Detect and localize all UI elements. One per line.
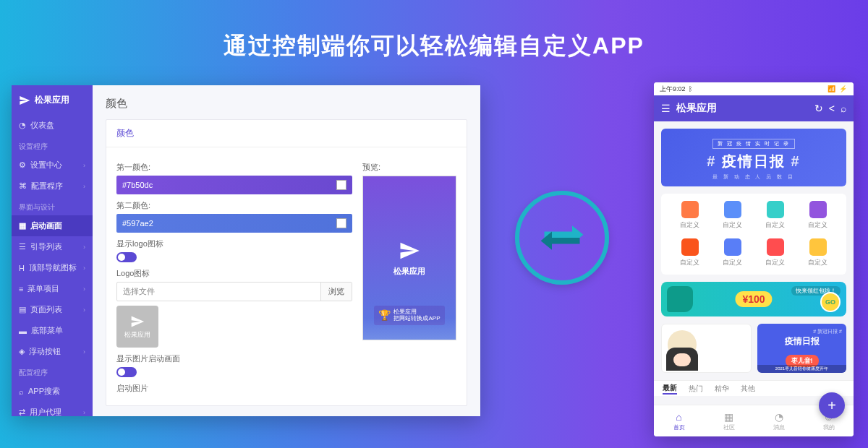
- sync-indicator: [515, 191, 609, 285]
- card-title: 疫情日报: [757, 335, 846, 348]
- icon-grid: 自定义自定义自定义自定义自定义自定义自定义自定义: [661, 194, 846, 275]
- refresh-icon[interactable]: ↻: [814, 103, 823, 114]
- plus-icon: +: [827, 397, 836, 414]
- nav-config-center[interactable]: ⚙设置中心›: [12, 155, 93, 176]
- hero-tag: 新 冠 疫 情 实 时 记 录: [712, 139, 795, 149]
- app-bar: ☰ 松果应用 ↻ < ⌕: [654, 95, 854, 121]
- splash-app-name: 松果应用: [393, 266, 425, 277]
- app-icon: [767, 238, 784, 256]
- admin-sidebar: 松果应用 ◔仪表盘 设置程序 ⚙设置中心› ⌘配置程序› 界面与设计 ▦启动画面…: [12, 85, 93, 416]
- nav-guide[interactable]: ☰引导列表›: [12, 236, 93, 257]
- app-bar-title: 松果应用: [676, 102, 809, 115]
- label-startimg: 启动图片: [116, 383, 352, 394]
- monster-icon: [667, 286, 693, 312]
- status-bar: 上午9:02ᛒ 📶 ⚡: [654, 82, 854, 95]
- hero-title: # 疫情日报 #: [707, 152, 800, 171]
- grid-item[interactable]: 自定义: [711, 198, 754, 233]
- tab-3[interactable]: 精华: [715, 384, 729, 394]
- grid-item[interactable]: 自定义: [668, 198, 711, 233]
- search-icon[interactable]: ⌕: [841, 103, 846, 114]
- label-showlogo: 显示logo图标: [116, 238, 352, 249]
- nav-message[interactable]: ◔消息: [754, 411, 804, 431]
- mini-card-right[interactable]: # 新冠日报 # 疫情日报 枣儿音! 2021枣儿音陪你健康度开年: [757, 324, 846, 373]
- label-logo: Logo图标: [116, 268, 352, 279]
- bluetooth-icon: ᛒ: [689, 85, 692, 92]
- brand: 松果应用: [12, 85, 93, 115]
- grid-item[interactable]: 自定义: [711, 236, 754, 270]
- splash-preview: 松果应用 🏆 松果应用把网站转换成APP: [362, 176, 456, 340]
- nav-dashboard[interactable]: ◔仪表盘: [12, 115, 93, 136]
- form-column: 第一颜色: #7b50dc 第二颜色: #597ae2 显示logo图标 Log…: [116, 156, 352, 397]
- preview-column: 预览: 松果应用 🏆 松果应用把网站转换成APP: [362, 156, 456, 397]
- brand-label: 松果应用: [35, 94, 69, 106]
- grid-item[interactable]: 自定义: [796, 236, 839, 270]
- logo-preview: 松果应用: [116, 306, 158, 348]
- nav-menu[interactable]: ≡菜单项目›: [12, 278, 93, 299]
- label-color1: 第一颜色:: [116, 162, 352, 173]
- swatch-icon: [336, 218, 346, 228]
- card-title: 颜色: [106, 120, 467, 147]
- tab-2[interactable]: 热门: [689, 384, 703, 394]
- fab-add[interactable]: +: [819, 392, 845, 418]
- nav-bottom[interactable]: ▬底部菜单: [12, 320, 93, 341]
- tab-4[interactable]: 其他: [741, 384, 755, 394]
- content-tabs: 最新 热门 精华 其他: [654, 380, 854, 396]
- app-icon: [809, 201, 827, 218]
- grid-label: 自定义: [680, 258, 699, 267]
- label-showimg: 显示图片启动画面: [116, 353, 352, 364]
- toggle-showimg[interactable]: [116, 367, 137, 377]
- promo-amount: ¥100: [735, 291, 772, 307]
- grid-item[interactable]: 自定义: [754, 236, 796, 270]
- paper-plane-icon: [19, 95, 30, 106]
- promo-banner[interactable]: 快来领红包啦！ ¥100 GO: [661, 282, 846, 316]
- grid-item[interactable]: 自定义: [754, 198, 796, 233]
- nav-topnav[interactable]: H顶部导航图标›: [12, 257, 93, 278]
- browse-button[interactable]: 浏览: [320, 283, 352, 301]
- grid-label: 自定义: [765, 220, 785, 230]
- nav-config-app[interactable]: ⌘配置程序›: [12, 176, 93, 197]
- app-icon: [681, 201, 699, 218]
- nav-home[interactable]: ⌂首页: [654, 411, 704, 431]
- grid-item[interactable]: 自定义: [796, 198, 839, 233]
- grid-label: 自定义: [765, 258, 785, 267]
- page-headline: 通过控制端你可以轻松编辑自定义APP: [0, 0, 868, 82]
- file-input-logo[interactable]: 选择文件浏览: [116, 282, 352, 301]
- nav-search[interactable]: ⌕APP搜索: [12, 381, 93, 402]
- grid-label: 自定义: [808, 258, 827, 267]
- tab-latest[interactable]: 最新: [663, 383, 677, 395]
- nav-agent[interactable]: ⇄用户代理›: [12, 402, 93, 416]
- hero-subtitle: 最 新 动 态 人 员 数 目: [707, 173, 800, 181]
- nav-pagelist[interactable]: ▤页面列表›: [12, 299, 93, 320]
- bottom-nav: ⌂首页 ▦社区 ◔消息 ☺我的 +: [654, 405, 854, 436]
- hero-banner[interactable]: 新 冠 疫 情 实 时 记 录 # 疫情日报 # 最 新 动 态 人 员 数 目: [661, 129, 846, 186]
- admin-main: 颜色 颜色 第一颜色: #7b50dc 第二颜色: #597ae2 显示logo…: [93, 85, 480, 416]
- nav-float[interactable]: ◈浮动按钮›: [12, 341, 93, 362]
- grid-item[interactable]: 自定义: [668, 236, 711, 270]
- sync-arrows-icon: [537, 212, 587, 263]
- grid-label: 自定义: [723, 220, 742, 230]
- phone-content[interactable]: 新 冠 疫 情 实 时 记 录 # 疫情日报 # 最 新 动 态 人 员 数 目…: [654, 121, 854, 405]
- menu-icon[interactable]: ☰: [661, 103, 671, 114]
- app-icon: [809, 238, 827, 256]
- app-icon: [724, 201, 741, 218]
- input-color1[interactable]: #7b50dc: [116, 176, 352, 194]
- color-card: 颜色 第一颜色: #7b50dc 第二颜色: #597ae2 显示logo图标 …: [106, 119, 467, 406]
- paper-plane-icon: [399, 240, 420, 262]
- mountains-decoration: [363, 318, 456, 340]
- go-button[interactable]: GO: [820, 292, 841, 312]
- toggle-showlogo[interactable]: [116, 252, 137, 262]
- home-icon: ⌂: [676, 411, 681, 423]
- phone-preview: 上午9:02ᛒ 📶 ⚡ ☰ 松果应用 ↻ < ⌕ 新 冠 疫 情 实 时 记 录…: [654, 82, 854, 436]
- app-icon: [724, 238, 741, 256]
- nav-community[interactable]: ▦社区: [704, 411, 754, 431]
- nav-group-config: 设置程序: [12, 136, 93, 155]
- mini-card-left[interactable]: [661, 324, 752, 373]
- label-color2: 第二颜色:: [116, 200, 352, 211]
- grid-label: 自定义: [723, 258, 742, 267]
- label-preview: 预览:: [362, 162, 456, 173]
- input-color2[interactable]: #597ae2: [116, 214, 352, 233]
- share-icon[interactable]: <: [829, 103, 835, 114]
- stage: 松果应用 ◔仪表盘 设置程序 ⚙设置中心› ⌘配置程序› 界面与设计 ▦启动画面…: [0, 82, 868, 448]
- swatch-icon: [336, 180, 346, 190]
- nav-splash[interactable]: ▦启动画面: [12, 215, 93, 236]
